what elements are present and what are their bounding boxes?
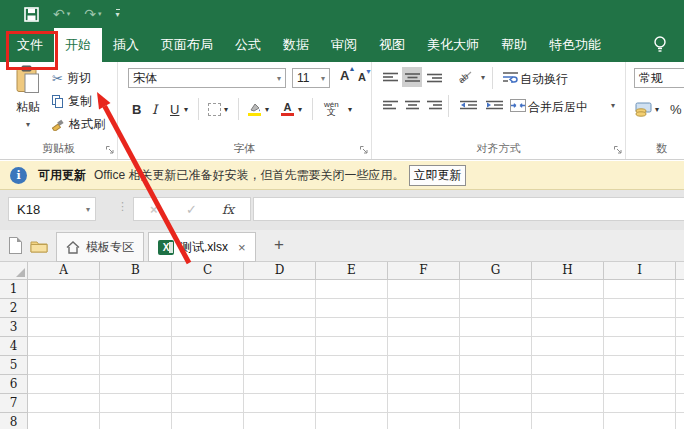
tab-template-zone[interactable]: 模板专区: [56, 232, 144, 262]
column-header-partial[interactable]: [676, 262, 684, 280]
align-center-button[interactable]: [402, 95, 422, 115]
save-icon[interactable]: [24, 7, 39, 22]
alignment-dialog-launcher-icon[interactable]: [613, 145, 623, 155]
open-folder-icon[interactable]: [30, 239, 48, 253]
row-header[interactable]: 4: [0, 337, 28, 356]
tab-document[interactable]: X 测试.xlsx ×: [148, 232, 256, 262]
row-header[interactable]: 6: [0, 375, 28, 394]
increase-font-size-button[interactable]: A ▲: [340, 68, 349, 83]
column-header[interactable]: F: [388, 262, 460, 280]
row-header[interactable]: 2: [0, 299, 28, 318]
accounting-dropdown-icon[interactable]: ▾: [655, 98, 659, 120]
borders-dropdown-icon[interactable]: ▾: [224, 98, 228, 120]
tab-page-layout[interactable]: 页面布局: [150, 28, 224, 62]
bold-button[interactable]: B: [132, 98, 141, 120]
tab-formulas[interactable]: 公式: [224, 28, 272, 62]
top-align-button[interactable]: [380, 67, 400, 87]
column-header[interactable]: A: [28, 262, 100, 280]
name-box[interactable]: K18 ▾: [8, 197, 96, 221]
close-tab-icon[interactable]: ×: [238, 240, 246, 255]
row-header[interactable]: 8: [0, 413, 28, 429]
column-header[interactable]: B: [100, 262, 172, 280]
insert-function-button[interactable]: fx: [222, 202, 234, 217]
font-name-value: 宋体: [133, 70, 157, 87]
column-header[interactable]: E: [316, 262, 388, 280]
copy-dropdown-icon[interactable]: ▾: [102, 97, 106, 106]
update-message-bar: i 可用更新 Office 相关更新已准备好安装，但首先需要关闭一些应用。 立即…: [0, 161, 684, 190]
column-header[interactable]: H: [532, 262, 604, 280]
phonetic-guide-button[interactable]: wén 文: [324, 98, 339, 120]
column-header[interactable]: D: [244, 262, 316, 280]
tell-me-lightbulb-icon[interactable]: [652, 35, 668, 54]
font-name-dropdown-icon[interactable]: ▾: [277, 74, 281, 83]
redo-dropdown-icon[interactable]: ▾: [98, 10, 102, 18]
number-format-combobox[interactable]: 常规: [634, 68, 684, 88]
column-header[interactable]: G: [460, 262, 532, 280]
undo-button[interactable]: ↶ ▾: [53, 6, 70, 22]
fill-color-button[interactable]: [248, 98, 261, 120]
copy-button[interactable]: 复制 ▾: [52, 93, 106, 110]
tab-home[interactable]: 开始: [54, 28, 102, 62]
new-document-icon[interactable]: [9, 237, 22, 254]
font-color-dropdown-icon[interactable]: ▾: [298, 98, 302, 120]
tab-view[interactable]: 视图: [368, 28, 416, 62]
name-box-dropdown-icon[interactable]: ▾: [86, 205, 90, 214]
formula-bar-handle-icon[interactable]: ⋮: [117, 200, 128, 213]
fill-color-dropdown-icon[interactable]: ▾: [265, 98, 269, 120]
middle-align-button[interactable]: [402, 67, 422, 87]
row-header[interactable]: 1: [0, 280, 28, 299]
cut-button[interactable]: ✂ 剪切: [52, 70, 91, 87]
tab-data[interactable]: 数据: [272, 28, 320, 62]
merge-center-button[interactable]: [508, 95, 528, 115]
accounting-format-button[interactable]: [634, 98, 652, 120]
font-name-combobox[interactable]: 宋体 ▾: [128, 68, 286, 88]
clipboard-dialog-launcher-icon[interactable]: [105, 145, 115, 155]
merge-center-dropdown-icon[interactable]: ▾: [608, 95, 618, 115]
new-tab-button[interactable]: +: [274, 235, 284, 255]
font-color-button[interactable]: A: [281, 98, 294, 120]
select-all-corner[interactable]: [0, 262, 28, 280]
wrap-text-button[interactable]: [500, 67, 520, 87]
align-right-button[interactable]: [424, 95, 444, 115]
font-size-dropdown-icon[interactable]: ▾: [321, 74, 325, 83]
wrap-text-label[interactable]: 自动换行: [520, 71, 568, 88]
row-header[interactable]: 3: [0, 318, 28, 337]
formula-input[interactable]: [253, 197, 684, 221]
cancel-icon[interactable]: ×: [150, 202, 158, 217]
orientation-dropdown-icon[interactable]: ▾: [478, 67, 488, 87]
bottom-align-button[interactable]: [424, 67, 444, 87]
column-header[interactable]: C: [172, 262, 244, 280]
paste-button[interactable]: 粘贴 ▾: [8, 65, 48, 139]
row-header[interactable]: 7: [0, 394, 28, 413]
tab-help[interactable]: 帮助: [490, 28, 538, 62]
decrease-font-size-button[interactable]: A ▼: [358, 71, 366, 83]
underline-dropdown-icon[interactable]: ▾: [184, 98, 188, 120]
column-header[interactable]: I: [604, 262, 676, 280]
tab-insert[interactable]: 插入: [102, 28, 150, 62]
underline-button[interactable]: U: [170, 98, 179, 120]
font-dialog-launcher-icon[interactable]: [359, 145, 369, 155]
update-now-button[interactable]: 立即更新: [409, 165, 466, 186]
merge-center-label[interactable]: 合并后居中: [528, 99, 588, 116]
row-header[interactable]: 5: [0, 356, 28, 375]
undo-dropdown-icon[interactable]: ▾: [67, 10, 71, 18]
copy-label: 复制: [68, 93, 92, 110]
font-size-combobox[interactable]: 11 ▾: [292, 68, 330, 88]
tab-review[interactable]: 审阅: [320, 28, 368, 62]
paste-dropdown-icon[interactable]: ▾: [26, 120, 30, 129]
align-left-button[interactable]: [380, 95, 400, 115]
increase-indent-button[interactable]: [482, 95, 506, 115]
enter-icon[interactable]: ✓: [186, 202, 197, 217]
borders-button[interactable]: [208, 98, 221, 120]
tab-special-features[interactable]: 特色功能: [538, 28, 612, 62]
tab-beautify-master[interactable]: 美化大师: [416, 28, 490, 62]
format-painter-button[interactable]: 格式刷: [52, 116, 105, 133]
italic-button[interactable]: I: [152, 98, 157, 120]
customize-qat-button[interactable]: ▾: [116, 9, 120, 19]
cell-area[interactable]: [28, 280, 684, 429]
percent-style-button[interactable]: %: [670, 98, 682, 120]
orientation-button[interactable]: ab: [454, 67, 478, 87]
redo-button[interactable]: ↷ ▾: [84, 6, 101, 22]
decrease-indent-button[interactable]: [456, 95, 480, 115]
phonetic-dropdown-icon[interactable]: ▾: [348, 98, 352, 120]
